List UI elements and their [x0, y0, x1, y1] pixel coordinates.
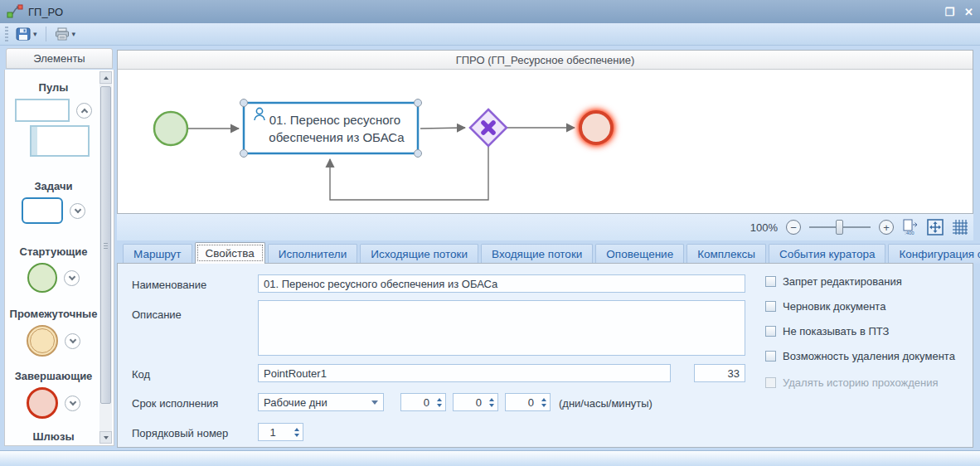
properties-tabstrip: Маршрут Свойства Исполнители Исходящие п…: [117, 242, 973, 264]
chevron-down-icon: [69, 337, 75, 343]
checkbox-zapret-redaktirovaniya[interactable]: Запрет редактирования: [765, 275, 902, 288]
flow-task-to-gateway[interactable]: [420, 128, 465, 129]
order-label: Порядковый номер: [132, 427, 228, 439]
task-shape[interactable]: [22, 197, 63, 224]
expand-tasks-button[interactable]: [70, 203, 85, 219]
save-button[interactable]: ▾: [13, 26, 40, 42]
tab-opoveshchenie[interactable]: Оповещение: [595, 244, 684, 264]
code-number-input[interactable]: [694, 364, 745, 382]
expand-intermediate-events-button[interactable]: [65, 333, 80, 349]
zoom-out-button[interactable]: −: [786, 220, 801, 235]
diagram-canvas[interactable]: 01. Перенос ресусного обеспечения из ОБА…: [118, 70, 973, 213]
duration-hours-value: 0: [454, 396, 486, 409]
print-dropdown-arrow[interactable]: ▾: [72, 30, 76, 38]
duration-hours-stepper[interactable]: 0: [453, 393, 498, 411]
svg-text::400: :400: [905, 231, 915, 235]
save-icon: [16, 27, 31, 41]
order-stepper[interactable]: 1: [258, 423, 303, 441]
checkbox-icon[interactable]: [765, 351, 776, 362]
chevron-down-icon: [69, 399, 75, 405]
duration-hint: (дни/часы/минуты): [559, 397, 653, 410]
grid-toggle-icon[interactable]: [952, 219, 968, 235]
expand-start-events-button[interactable]: [64, 270, 80, 286]
start-event-node[interactable]: [154, 112, 187, 145]
stepper-arrows-icon[interactable]: [291, 424, 303, 440]
name-label: Наименование: [132, 279, 206, 291]
app-logo-icon: [7, 4, 23, 19]
tab-ispolniteli[interactable]: Исполнители: [268, 244, 357, 264]
combo-arrow-icon: [371, 400, 378, 405]
tab-vhodyashchie-potoki[interactable]: Входящие потоки: [481, 244, 593, 264]
selection-handle[interactable]: [415, 100, 422, 107]
scrollbar-thumb[interactable]: [100, 86, 111, 404]
tab-kompleksy[interactable]: Комплексы: [686, 244, 766, 264]
checkbox-icon: [765, 377, 776, 388]
task-node[interactable]: [244, 103, 418, 153]
element-palette: Пулы Задачи Стартующие Промежуточные: [4, 70, 114, 446]
bpmn-diagram: 01. Перенос ресусного обеспечения из ОБА…: [118, 70, 973, 213]
main-toolbar: ▾ ▾: [0, 23, 980, 46]
close-button[interactable]: ✕: [964, 7, 973, 17]
zoom-slider-thumb[interactable]: [836, 220, 843, 235]
print-button[interactable]: ▾: [52, 26, 79, 42]
tab-marshrut[interactable]: Маршрут: [123, 244, 192, 264]
title-bar: ГП_РО ❐ ✕: [0, 0, 980, 23]
checkbox-icon[interactable]: [765, 276, 776, 287]
selection-handle[interactable]: [415, 150, 422, 158]
end-event-node[interactable]: [580, 112, 612, 143]
palette-section-tasks: Задачи: [8, 180, 99, 192]
palette-scrollbar[interactable]: [99, 71, 112, 444]
stepper-arrows-icon[interactable]: [434, 394, 445, 410]
duration-days-stepper[interactable]: 0: [400, 393, 446, 411]
palette-section-end-events: Завершающие: [8, 370, 99, 382]
start-event-shape[interactable]: [27, 263, 57, 293]
pool-with-lane-shape[interactable]: [30, 125, 90, 157]
chevron-down-icon: [68, 274, 75, 280]
zoom-in-button[interactable]: +: [879, 220, 894, 235]
sidebar-header[interactable]: Элементы: [6, 48, 113, 69]
checkbox-chernovik-dokumenta[interactable]: Черновик документа: [765, 300, 885, 313]
collapse-pools-button[interactable]: [76, 103, 92, 119]
expand-end-events-button[interactable]: [65, 396, 80, 411]
scroll-up-arrow-icon[interactable]: [99, 71, 112, 84]
code-input[interactable]: [258, 364, 671, 382]
stepper-arrows-icon[interactable]: [538, 394, 550, 410]
scroll-down-arrow-icon[interactable]: [99, 431, 112, 444]
description-input[interactable]: [258, 300, 745, 356]
checkbox-vozmozhnost-udaleniya[interactable]: Возможность удаления документа: [765, 350, 955, 362]
tab-konfiguratsiya-spiskov-ptz[interactable]: Конфигурация списков ПТЗ: [888, 244, 980, 264]
zoom-level: 100%: [750, 221, 778, 234]
duration-minutes-stepper[interactable]: 0: [505, 393, 551, 411]
palette-section-gateways: Шлюзы: [8, 430, 99, 443]
duration-days-value: 0: [401, 396, 434, 409]
palette-section-intermediate-events: Промежуточные: [8, 308, 99, 320]
pool-shape[interactable]: [15, 99, 70, 122]
duration-type-select[interactable]: Рабочие дни: [258, 393, 384, 411]
save-dropdown-arrow[interactable]: ▾: [33, 30, 37, 38]
tab-ishodyashchie-potoki[interactable]: Исходящие потоки: [360, 244, 478, 264]
description-label: Описание: [132, 308, 182, 321]
checkbox-ne-pokazyvat-v-ptz[interactable]: Не показывать в ПТЗ: [765, 325, 889, 337]
selection-handle[interactable]: [240, 100, 248, 107]
duration-minutes-value: 0: [506, 396, 538, 409]
intermediate-event-shape[interactable]: [27, 325, 58, 357]
selection-handle[interactable]: [240, 150, 248, 158]
stepper-arrows-icon[interactable]: [486, 394, 497, 410]
fit-to-page-icon[interactable]: :400: [902, 219, 919, 235]
checkbox-label: Запрет редактирования: [783, 275, 902, 288]
tab-svoystva[interactable]: Свойства: [195, 242, 265, 264]
checkbox-icon[interactable]: [765, 326, 776, 337]
maximize-button[interactable]: ❐: [944, 7, 954, 17]
zoom-slider[interactable]: [809, 220, 871, 235]
tab-sobytiya-kuratora[interactable]: События куратора: [769, 244, 885, 264]
name-input[interactable]: [258, 274, 745, 293]
checkbox-icon[interactable]: [765, 301, 776, 312]
checkbox-label: Удалять историю прохождения: [783, 376, 938, 389]
checkbox-label: Черновик документа: [783, 300, 885, 313]
sidebar-title: Элементы: [33, 52, 85, 65]
toolbar-grip: [5, 27, 8, 41]
end-event-shape[interactable]: [27, 387, 58, 419]
center-diagram-icon[interactable]: [927, 219, 944, 235]
checkbox-udalyat-istoriyu: Удалять историю прохождения: [765, 376, 938, 389]
zoom-toolbar: 100% − + :400: [117, 214, 973, 240]
